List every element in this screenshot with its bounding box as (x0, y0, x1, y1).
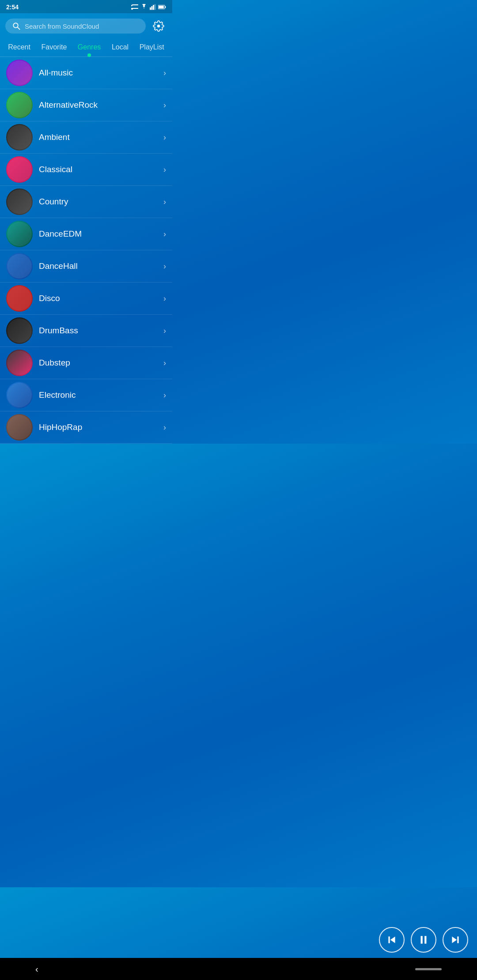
svg-point-16 (7, 222, 32, 246)
status-icons (131, 4, 166, 10)
chevron-icon: › (163, 197, 166, 207)
cast-icon (131, 4, 138, 10)
genre-avatar-all-music (6, 60, 33, 86)
genre-name-electronic: Electronic (39, 390, 157, 400)
tab-favorite[interactable]: Favorite (38, 39, 71, 57)
chevron-icon: › (163, 68, 166, 78)
svg-point-15 (7, 189, 32, 214)
genre-item-dance-edm[interactable]: DanceEDM› (0, 218, 172, 250)
svg-point-21 (7, 383, 32, 407)
genre-item-hip-hop-rap[interactable]: HipHopRap› (0, 411, 172, 444)
status-bar: 2:54 (0, 0, 172, 13)
genre-item-electronic[interactable]: Electronic› (0, 379, 172, 411)
battery-icon (158, 4, 166, 10)
genre-avatar-dance-hall (6, 253, 33, 279)
svg-rect-2 (150, 8, 151, 10)
genre-name-hip-hop-rap: HipHopRap (39, 422, 157, 432)
genre-item-alternative-rock[interactable]: AlternativeRock› (0, 89, 172, 121)
genre-avatar-country (6, 188, 33, 215)
chevron-icon: › (163, 133, 166, 142)
genre-item-ambient[interactable]: Ambient› (0, 121, 172, 154)
genre-item-country[interactable]: Country› (0, 186, 172, 218)
signal-icon (150, 4, 156, 10)
genre-name-country: Country (39, 197, 157, 207)
chevron-icon: › (163, 165, 166, 174)
genre-avatar-drum-bass (6, 317, 33, 344)
svg-point-18 (7, 286, 32, 311)
chevron-icon: › (163, 294, 166, 303)
settings-button[interactable] (150, 18, 167, 34)
chevron-icon: › (163, 423, 166, 432)
genre-avatar-classical (6, 156, 33, 183)
chevron-icon: › (163, 326, 166, 335)
tab-playlist[interactable]: PlayList (136, 39, 168, 57)
svg-point-14 (7, 157, 32, 182)
genre-name-drum-bass: DrumBass (39, 326, 157, 335)
genre-item-classical[interactable]: Classical› (0, 154, 172, 186)
svg-point-17 (7, 254, 32, 279)
genre-name-all-music: All-music (39, 68, 157, 78)
svg-point-13 (7, 125, 32, 150)
genre-avatar-ambient (6, 124, 33, 151)
genre-avatar-dance-edm (6, 221, 33, 247)
genre-item-all-music[interactable]: All-music› (0, 57, 172, 89)
svg-point-19 (7, 318, 32, 343)
genre-name-dance-edm: DanceEDM (39, 229, 157, 239)
genre-name-alternative-rock: AlternativeRock (39, 100, 157, 110)
search-placeholder: Search from SoundCloud (25, 23, 99, 30)
nav-tabs: Recent Favorite Genres Local PlayList (0, 39, 172, 57)
genre-avatar-alternative-rock (6, 92, 33, 118)
genre-name-ambient: Ambient (39, 132, 157, 142)
svg-point-12 (7, 93, 32, 117)
genre-name-disco: Disco (39, 294, 157, 303)
chevron-icon: › (163, 391, 166, 400)
svg-point-1 (131, 8, 133, 10)
genre-avatar-dubstep (6, 350, 33, 376)
tab-recent[interactable]: Recent (4, 39, 34, 57)
genre-item-drum-bass[interactable]: DrumBass› (0, 315, 172, 347)
genre-name-classical: Classical (39, 165, 157, 174)
genre-avatar-electronic (6, 382, 33, 408)
genre-avatar-hip-hop-rap (6, 414, 33, 441)
search-icon (12, 22, 20, 30)
tab-genres[interactable]: Genres (74, 39, 104, 57)
genre-name-dance-hall: DanceHall (39, 261, 157, 271)
svg-rect-5 (155, 4, 156, 10)
svg-rect-3 (151, 6, 153, 10)
genre-item-disco[interactable]: Disco› (0, 283, 172, 315)
genre-name-dubstep: Dubstep (39, 358, 157, 368)
chevron-icon: › (163, 230, 166, 239)
search-bar-row: Search from SoundCloud (0, 13, 172, 39)
wifi-icon (140, 4, 148, 10)
svg-line-10 (18, 27, 20, 30)
genre-item-dance-hall[interactable]: DanceHall› (0, 250, 172, 283)
chevron-icon: › (163, 262, 166, 271)
tab-local[interactable]: Local (108, 39, 132, 57)
chevron-icon: › (163, 358, 166, 368)
svg-point-20 (7, 351, 32, 375)
genre-item-dubstep[interactable]: Dubstep› (0, 347, 172, 379)
genre-avatar-disco (6, 285, 33, 312)
chevron-icon: › (163, 101, 166, 110)
status-time: 2:54 (6, 4, 19, 11)
svg-rect-4 (153, 5, 154, 10)
genre-list: All-music›AlternativeRock›Ambient›Classi… (0, 57, 172, 444)
gear-icon (153, 20, 164, 32)
svg-point-11 (7, 60, 32, 85)
search-bar[interactable]: Search from SoundCloud (5, 19, 146, 34)
svg-rect-8 (159, 6, 164, 8)
svg-rect-7 (165, 6, 166, 8)
svg-point-22 (7, 415, 32, 440)
